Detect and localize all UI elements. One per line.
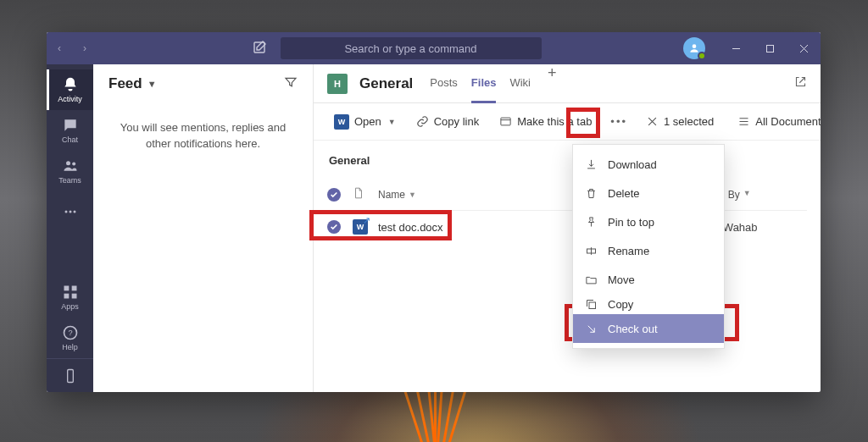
svg-rect-0 [254,42,264,52]
rail-activity[interactable]: Activity [47,69,93,110]
rail-mobile[interactable] [47,358,93,392]
svg-point-6 [69,211,71,213]
minimize-button[interactable] [719,32,753,64]
menu-checkout[interactable]: Check out [573,314,724,343]
table-row[interactable]: W↗ test doc.docx … n Wahab [327,211,807,243]
menu-download[interactable]: Download [573,150,724,179]
file-icon [353,186,364,200]
feed-header: Feed ▼ [93,64,313,103]
svg-point-5 [64,211,67,213]
open-button[interactable]: WOpen▼ [326,109,404,135]
menu-pin[interactable]: Pin to top [573,207,724,236]
menu-copy[interactable]: Copy [573,294,724,314]
presence-badge [698,52,706,60]
chevron-down-icon[interactable]: ▼ [147,79,157,89]
context-menu: Download Delete Pin to top Rename Move C… [572,144,725,349]
svg-rect-17 [589,302,596,309]
svg-rect-10 [64,294,69,299]
menu-move[interactable]: Move [573,265,724,294]
grid-header: Name▼ ed By▼ [327,179,807,211]
rail-teams[interactable]: Teams [47,151,93,191]
clear-selection-button[interactable]: 1 selected [637,109,722,135]
search-input[interactable]: Search or type a command [281,37,542,59]
overflow-button[interactable]: ••• [604,109,634,135]
rail-more[interactable] [47,191,93,232]
menu-delete[interactable]: Delete [573,179,724,207]
nav-back-button[interactable]: ‹ [47,42,72,54]
search-placeholder: Search or type a command [344,42,476,55]
teams-window: ‹ › Search or type a command Activity Ch… [47,32,821,392]
maketab-button[interactable]: Make this a tab [491,109,600,135]
menu-rename[interactable]: Rename [573,236,724,265]
close-button[interactable] [787,32,821,64]
svg-text:?: ? [68,329,72,337]
feed-panel: Feed ▼ You will see mentions, replies an… [93,64,314,392]
command-bar: WOpen▼ Copy link Make this a tab ••• 1 s… [314,103,821,141]
location-breadcrumb[interactable]: General [329,154,805,167]
maximize-button[interactable] [753,32,787,64]
main-panel: H General Posts Files Wiki + WOpen▼ Copy… [314,64,821,392]
titlebar: ‹ › Search or type a command [47,32,821,64]
app-rail: Activity Chat Teams Apps ?Help [47,64,93,392]
rail-help[interactable]: ?Help [47,318,93,358]
select-all-toggle[interactable] [327,188,341,202]
nav-forward-button[interactable]: › [72,42,97,54]
view-selector[interactable]: All Documents▼ [729,109,821,135]
col-name[interactable]: Name [378,189,405,201]
filter-icon[interactable] [284,75,298,93]
tab-files[interactable]: Files [471,64,497,103]
svg-point-4 [72,163,75,166]
popout-icon[interactable] [794,75,807,91]
rail-apps[interactable]: Apps [47,277,93,318]
copylink-button[interactable]: Copy link [408,109,487,135]
avatar[interactable] [683,37,705,59]
channel-name: General [359,75,413,92]
svg-point-3 [66,161,70,165]
svg-rect-14 [67,369,73,382]
channel-header: H General Posts Files Wiki + [314,64,821,103]
svg-rect-2 [766,45,773,52]
svg-rect-15 [501,118,510,125]
file-modifiedby: n Wahab [714,221,807,234]
row-select-toggle[interactable] [327,220,341,234]
feed-empty-text: You will see mentions, replies and other… [93,103,313,169]
svg-rect-8 [64,286,69,291]
svg-point-7 [73,211,75,213]
rail-chat[interactable]: Chat [47,110,93,151]
svg-point-1 [693,44,697,48]
tab-posts[interactable]: Posts [430,64,458,103]
compose-icon[interactable] [252,40,269,57]
svg-rect-9 [71,286,76,291]
team-icon: H [327,74,348,94]
add-tab-button[interactable]: + [544,64,560,103]
files-area: General Name▼ ed By▼ W↗ test doc.docx … … [314,141,821,243]
feed-title[interactable]: Feed [108,75,142,92]
tab-wiki[interactable]: Wiki [509,64,531,103]
svg-rect-11 [71,294,76,299]
